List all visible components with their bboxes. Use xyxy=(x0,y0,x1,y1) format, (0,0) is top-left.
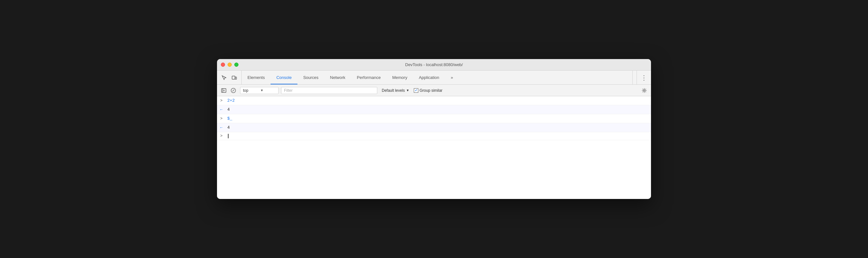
context-selector[interactable]: top ▼ xyxy=(240,87,279,94)
tab-sources[interactable]: Sources xyxy=(298,70,324,84)
console-input-text-2: $_ xyxy=(227,116,232,121)
input-arrow-2: > xyxy=(220,116,225,121)
tab-elements[interactable]: Elements xyxy=(242,70,271,84)
minimize-button[interactable] xyxy=(227,63,232,67)
device-toggle-button[interactable] xyxy=(230,73,239,82)
output-arrow-2: ← xyxy=(220,125,225,130)
clear-console-button[interactable] xyxy=(229,86,238,95)
console-settings-button[interactable] xyxy=(640,86,648,95)
console-output-text-1: 4 xyxy=(227,107,230,112)
maximize-button[interactable] xyxy=(234,63,239,67)
toolbar-right: ⋮ xyxy=(632,70,651,84)
svg-point-5 xyxy=(644,89,645,91)
console-entry-1: > 2+2 xyxy=(217,96,651,105)
group-similar-label: Group similar xyxy=(420,88,442,93)
toolbar-divider xyxy=(637,70,637,85)
traffic-lights xyxy=(221,63,239,67)
svg-rect-0 xyxy=(232,76,235,79)
tab-memory[interactable]: Memory xyxy=(386,70,413,84)
more-options-button[interactable]: ⋮ xyxy=(640,73,648,82)
toolbar-icons xyxy=(217,70,242,84)
console-toolbar: top ▼ Default levels ▼ Group similar xyxy=(217,85,651,96)
close-button[interactable] xyxy=(221,63,225,67)
filter-input[interactable] xyxy=(281,87,377,94)
console-entry-3: > $_ xyxy=(217,114,651,123)
more-tabs-button[interactable]: » xyxy=(445,70,459,84)
no-entry-icon xyxy=(231,88,236,93)
window-title: DevTools - localhost:8080/web/ xyxy=(405,62,463,67)
tab-performance[interactable]: Performance xyxy=(351,70,386,84)
tab-network[interactable]: Network xyxy=(324,70,351,84)
console-output-text-2: 4 xyxy=(227,125,230,130)
console-prompt-row[interactable]: > xyxy=(217,132,651,140)
levels-arrow: ▼ xyxy=(406,89,409,92)
sidebar-toggle-button[interactable] xyxy=(220,86,228,95)
output-arrow-1: ← xyxy=(220,108,225,112)
console-input-text-1: 2+2 xyxy=(227,98,235,103)
prompt-cursor xyxy=(228,134,228,138)
console-entry-2: ← 4 xyxy=(217,105,651,114)
svg-rect-1 xyxy=(235,77,237,79)
title-bar: DevTools - localhost:8080/web/ xyxy=(217,59,651,70)
main-toolbar: Elements Console Sources Network Perform… xyxy=(217,70,651,85)
tab-list: Elements Console Sources Network Perform… xyxy=(242,70,632,84)
tab-application[interactable]: Application xyxy=(413,70,445,84)
svg-marker-4 xyxy=(223,89,224,91)
console-content[interactable]: > 2+2 ← 4 > $_ ← 4 > xyxy=(217,96,651,199)
levels-dropdown[interactable]: Default levels ▼ xyxy=(380,87,411,94)
tab-console[interactable]: Console xyxy=(271,70,298,84)
console-entry-4: ← 4 xyxy=(217,123,651,132)
input-arrow-1: > xyxy=(220,98,225,103)
devtools-window: DevTools - localhost:8080/web/ Elements xyxy=(217,59,651,199)
group-similar-checkbox[interactable] xyxy=(414,88,418,93)
prompt-arrow: > xyxy=(220,134,225,138)
inspect-element-button[interactable] xyxy=(220,73,228,82)
context-arrow: ▼ xyxy=(260,89,276,92)
